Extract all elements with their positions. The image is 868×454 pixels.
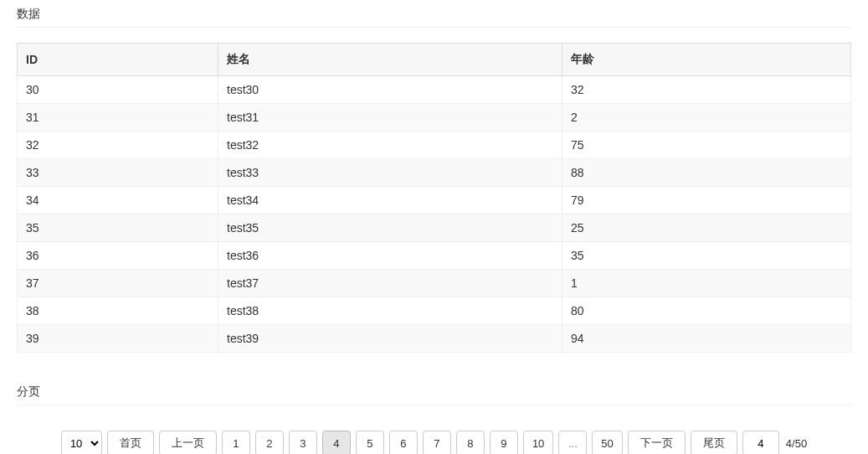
- last-page-button[interactable]: 尾页: [691, 431, 737, 454]
- cell-name: test33: [218, 159, 562, 187]
- table-row: 33test3388: [18, 159, 851, 187]
- page-button-1[interactable]: 1: [222, 431, 250, 454]
- table-row: 36test3635: [18, 242, 851, 270]
- table-row: 38test3880: [18, 297, 851, 325]
- table-row: 32test3275: [18, 132, 851, 159]
- cell-age: 88: [562, 159, 851, 187]
- cell-name: test38: [218, 297, 562, 325]
- page-button-2[interactable]: 2: [255, 431, 284, 454]
- next-page-button[interactable]: 下一页: [628, 431, 686, 454]
- cell-id: 37: [18, 270, 218, 297]
- cell-age: 35: [562, 242, 851, 270]
- data-table: ID 姓名 年龄 30test303231test31232test327533…: [17, 43, 851, 353]
- goto-page-input[interactable]: [742, 431, 779, 454]
- cell-id: 35: [18, 214, 218, 242]
- page-ellipsis: ...: [558, 431, 587, 454]
- cell-name: test35: [218, 214, 562, 242]
- cell-id: 39: [18, 325, 218, 353]
- col-header-id: ID: [18, 44, 218, 76]
- page-button-3[interactable]: 3: [289, 431, 317, 454]
- table-row: 37test371: [18, 270, 851, 297]
- cell-name: test37: [218, 270, 562, 297]
- cell-age: 80: [562, 297, 851, 325]
- col-header-age: 年龄: [562, 44, 851, 76]
- cell-id: 38: [18, 297, 218, 325]
- pager-container: 10 首页 上一页 1 2 3 4 5 6 7 8 9 10 ... 50 下一…: [17, 426, 851, 454]
- page-size-select[interactable]: 10: [61, 431, 102, 454]
- cell-id: 30: [18, 76, 218, 104]
- cell-age: 25: [562, 214, 851, 242]
- cell-age: 2: [562, 104, 851, 132]
- cell-name: test34: [218, 187, 562, 214]
- cell-id: 31: [18, 104, 218, 132]
- cell-id: 32: [18, 132, 218, 159]
- page-total-label: 4/50: [786, 437, 807, 450]
- section-title-data: 数据: [17, 0, 851, 28]
- cell-name: test31: [218, 104, 562, 132]
- table-row: 34test3479: [18, 187, 851, 214]
- col-header-name: 姓名: [218, 44, 562, 76]
- pager: 10 首页 上一页 1 2 3 4 5 6 7 8 9 10 ... 50 下一…: [61, 431, 807, 454]
- page-button-7[interactable]: 7: [423, 431, 451, 454]
- table-header-row: ID 姓名 年龄: [18, 44, 851, 76]
- page-button-6[interactable]: 6: [389, 431, 418, 454]
- page-button-5[interactable]: 5: [356, 431, 384, 454]
- cell-name: test30: [218, 76, 562, 104]
- section-title-pager: 分页: [17, 378, 851, 405]
- cell-age: 94: [562, 325, 851, 353]
- page-button-10[interactable]: 10: [523, 431, 553, 454]
- cell-id: 33: [18, 159, 218, 187]
- cell-name: test32: [218, 132, 562, 159]
- cell-age: 79: [562, 187, 851, 214]
- page-button-9[interactable]: 9: [490, 431, 518, 454]
- table-row: 30test3032: [18, 76, 851, 104]
- table-row: 31test312: [18, 104, 851, 132]
- cell-age: 32: [562, 76, 851, 104]
- table-row: 39test3994: [18, 325, 851, 353]
- prev-page-button[interactable]: 上一页: [159, 431, 217, 454]
- cell-name: test39: [218, 325, 562, 353]
- cell-id: 36: [18, 242, 218, 270]
- cell-age: 75: [562, 132, 851, 159]
- table-row: 35test3525: [18, 214, 851, 242]
- cell-name: test36: [218, 242, 562, 270]
- page-button-50[interactable]: 50: [592, 431, 622, 454]
- page-button-4[interactable]: 4: [322, 431, 351, 454]
- page-button-8[interactable]: 8: [456, 431, 485, 454]
- cell-id: 34: [18, 187, 218, 214]
- cell-age: 1: [562, 270, 851, 297]
- first-page-button[interactable]: 首页: [107, 431, 154, 454]
